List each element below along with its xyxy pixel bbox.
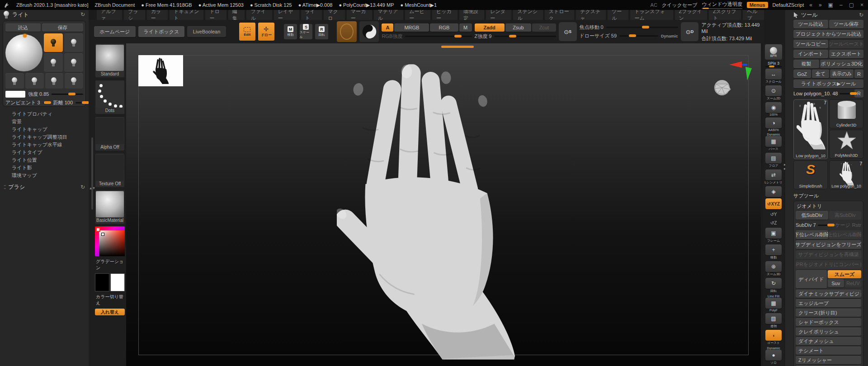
geometry-row-button[interactable]: エッジループ	[796, 299, 861, 307]
simplebrush-thumb[interactable]: S SimpleBrush	[793, 160, 828, 189]
ambient-slider[interactable]	[43, 102, 51, 103]
draw-button[interactable]: ✢ ドロー	[258, 23, 274, 41]
reconstruct-subdiv-button[interactable]: サブディビジョンを再構築	[796, 250, 861, 259]
homepage-button[interactable]: ホームページ	[94, 26, 136, 37]
light-section-row[interactable]: ライトキャップ調整項目	[0, 133, 89, 141]
shelf-item[interactable]: Line Fill ▦ PolyF	[764, 295, 783, 312]
rotate-button[interactable]: R 回転	[315, 24, 328, 39]
shelf-item-icon[interactable]: ▣	[765, 228, 782, 239]
higher-subdiv-button[interactable]: 高SubDiv	[829, 211, 862, 220]
light-placement-sphere[interactable]	[5, 34, 42, 71]
subdiv-slider[interactable]	[818, 225, 834, 226]
del-lower-button[interactable]: 下位レベル削除	[796, 230, 828, 239]
tray-divider-arrows[interactable]: ▴ ▾	[90, 186, 95, 190]
light-section-row[interactable]: ライト影	[0, 164, 89, 172]
a-toggle-button[interactable]: A	[382, 23, 393, 32]
mrgb-button[interactable]: MRGB	[394, 23, 429, 32]
shelf-item-icon[interactable]: ⇄	[765, 169, 782, 180]
active-tool-thumb[interactable]: 7 Low polygon_10	[793, 99, 828, 159]
shelf-item[interactable]: ▣ フレーム	[764, 228, 783, 243]
livebooolean-button[interactable]: LiveBoolean	[187, 26, 226, 37]
light-load-button[interactable]: 読込	[5, 23, 41, 32]
light-slot-8[interactable]	[65, 73, 83, 89]
make-polymesh-button[interactable]: ポリメッシュ3D化	[820, 60, 863, 68]
m-button[interactable]: M	[459, 23, 472, 32]
shelf-item[interactable]: ⇄ Lシンメトリ	[764, 169, 783, 185]
geometry-row-button[interactable]: ダイナメッシュ	[796, 337, 861, 345]
light-section-row[interactable]: ライトプロパティ	[0, 110, 89, 118]
shelf-item[interactable]: ↔ スクロール	[764, 69, 783, 84]
current-material-thumb[interactable]: BasicMaterial	[95, 190, 125, 224]
light-slot-4[interactable]	[64, 53, 83, 72]
lowpolygon-thumb[interactable]: 7 Low polygon_10	[829, 160, 863, 189]
shelf-item[interactable]: ▤ フロア	[764, 153, 783, 168]
right-tray-toggle-icon[interactable]: »	[818, 2, 823, 8]
brush-refresh-icon[interactable]: ↻	[80, 184, 85, 190]
tool-refresh-icon[interactable]: ↻	[859, 12, 863, 18]
shelf-item-icon[interactable]: ◖	[765, 330, 782, 341]
window-transparency-slider[interactable]: ウィンドウ透明度	[702, 1, 742, 9]
geometry-header[interactable]: ジオメトリ	[796, 203, 861, 210]
gradient-toggle[interactable]: グラデーション	[95, 258, 125, 271]
bpr-render-button[interactable]: BPR	[765, 44, 782, 60]
del-higher-button[interactable]: 上位レベル削除	[829, 230, 862, 239]
shelf-item[interactable]: ◉ 100%	[764, 102, 783, 116]
current-stroke-thumb[interactable]: Dots	[95, 80, 125, 114]
rgb-intensity-slider[interactable]	[405, 36, 472, 37]
distance-slider[interactable]	[75, 102, 83, 103]
goz-visible-button[interactable]: 表示のみ	[830, 70, 854, 78]
left-tray-toggle-icon[interactable]: «	[808, 2, 813, 8]
light-color-swatch[interactable]	[5, 91, 25, 98]
freeze-subdiv-button[interactable]: サブディビジョンをフリーズ	[796, 240, 861, 249]
cylinder3d-thumb[interactable]: Cylinder3D	[829, 99, 863, 128]
shelf-item[interactable]: Dynamic ● ソロ	[764, 347, 783, 365]
move-button[interactable]: M 移動	[284, 24, 297, 39]
restore-icon[interactable]: ▢	[848, 2, 855, 8]
default-zscript-button[interactable]: DefaultZScript	[773, 2, 804, 8]
shelf-item-icon[interactable]: ⊕	[765, 261, 782, 272]
reuv-button[interactable]: ReUV	[845, 279, 861, 287]
camera-view-sphere[interactable]	[712, 79, 733, 98]
shelf-item-icon[interactable]: +	[765, 244, 782, 255]
zadd-button[interactable]: Zadd	[475, 23, 505, 32]
spix-handle[interactable]	[769, 66, 774, 67]
geometry-row-button[interactable]: シャドーボックス	[796, 318, 861, 326]
cascade-window-icon[interactable]: ▣	[827, 2, 834, 8]
brush-alpha-button[interactable]	[337, 21, 357, 42]
shelf-item-icon[interactable]: ↔	[765, 69, 782, 80]
bpr-convert-button[interactable]: BPRをジオメトリにコンバート	[796, 260, 861, 269]
load-from-project-button[interactable]: プロジェクトからツール読込	[793, 30, 863, 38]
shelf-item[interactable]: ⊙ ズーム2D	[764, 85, 783, 101]
shelf-item-icon[interactable]: ▤	[765, 153, 782, 164]
tool-paste-button[interactable]: ツールペースト	[829, 40, 864, 48]
shelf-item[interactable]: ⊕ ズーム3D	[764, 261, 783, 277]
secondary-color-swatch[interactable]	[110, 273, 125, 291]
edit-button[interactable]: Edit	[239, 23, 255, 41]
light-slot-3[interactable]	[44, 53, 63, 72]
zcut-button[interactable]: Zcut	[532, 23, 556, 32]
shelf-item[interactable]: ◑ AA50%	[764, 117, 783, 131]
quicksave-button[interactable]: クイックセーブ	[662, 2, 698, 9]
switch-color-label[interactable]: カラー切り替え	[95, 294, 125, 306]
polymesh3d-thumb[interactable]: PolyMesh3D	[829, 130, 863, 159]
shelf-item-icon[interactable]: ⊙	[765, 85, 782, 96]
lower-subdiv-button[interactable]: 低SubDiv	[796, 211, 828, 220]
light-slot-7[interactable]	[45, 73, 64, 89]
stroke-preview-button[interactable]: ⊙S	[559, 22, 577, 41]
tray-scrollbar[interactable]	[91, 137, 93, 210]
hand-sculpture[interactable]	[337, 62, 516, 361]
light-refresh-icon[interactable]: ↻	[80, 11, 85, 18]
spix-slider[interactable]: SPix 3	[764, 61, 783, 67]
sculpt-canvas[interactable]	[126, 43, 761, 366]
cage-button[interactable]: ケージ	[835, 222, 850, 229]
rgb-button[interactable]: RGB	[430, 23, 458, 32]
subtool-section-header[interactable]: サブツール	[793, 192, 863, 199]
current-alpha-thumb[interactable]: Alpha Off	[95, 117, 125, 151]
divide-button[interactable]: ディバイド	[796, 270, 827, 288]
shelf-item[interactable]: ↺XYZ	[764, 198, 783, 209]
scale-button[interactable]: S スケール	[300, 24, 312, 39]
light-section-row[interactable]: ライト位置	[0, 156, 89, 164]
shelf-item-icon[interactable]: ▦	[765, 298, 782, 309]
shelf-item[interactable]: + 移動	[764, 244, 783, 260]
swap-color-button[interactable]: 入れ替え	[95, 309, 125, 315]
